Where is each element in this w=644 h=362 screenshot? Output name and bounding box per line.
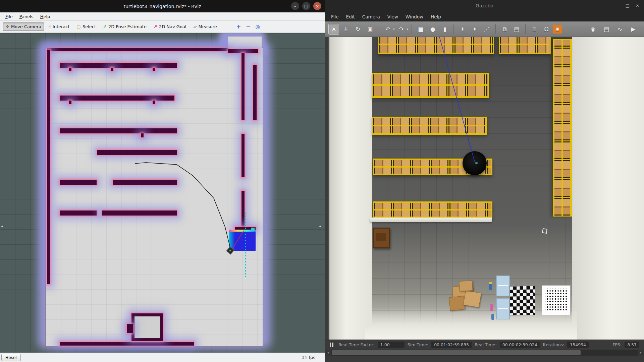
measure-ruler-icon: ▱ — [193, 24, 197, 29]
tool-select[interactable]: ▢ Select — [74, 22, 99, 31]
toolbar-separator — [412, 24, 412, 34]
toolbar-separator — [379, 24, 379, 34]
menu-help[interactable]: Help — [37, 13, 54, 20]
menu-panels[interactable]: Panels — [16, 13, 37, 20]
global-path — [135, 163, 230, 247]
add-tool-icon[interactable]: + — [234, 23, 243, 31]
undo-dropdown-icon[interactable]: ▾ — [393, 27, 395, 31]
sim-time-value: 00 01:02:59.835 — [431, 342, 472, 348]
tool-2d-nav-goal[interactable]: ↗ 2D Nav Goal — [151, 22, 189, 31]
fps-counter: 31 fps — [302, 355, 315, 360]
insert-box-icon[interactable]: ■ — [415, 24, 426, 35]
close-button[interactable]: × — [313, 2, 321, 10]
building-editor-icon[interactable]: ▣ — [553, 25, 562, 34]
rviz-viewport[interactable]: ◂ ◂ — [0, 33, 325, 353]
gazebo-bottom-panel — [325, 356, 644, 362]
select-box-icon: ▢ — [77, 24, 81, 29]
align-icon[interactable]: ≣ — [529, 24, 540, 35]
paste-icon[interactable]: ▤ — [511, 24, 522, 35]
remove-tool-icon[interactable]: − — [244, 23, 252, 31]
menu-help[interactable]: Help — [427, 13, 444, 21]
toolbar-separator — [525, 24, 526, 34]
tool-2d-pose-estimate[interactable]: ↗ 2D Pose Estimate — [100, 22, 150, 31]
green-arrow-icon: ↗ — [103, 24, 107, 29]
menu-file[interactable]: File — [328, 13, 342, 21]
menu-window[interactable]: Window — [402, 13, 427, 21]
gazebo-viewport[interactable] — [325, 37, 644, 340]
magenta-arrow-icon: ↗ — [154, 24, 157, 29]
plot-icon[interactable]: ∿ — [614, 24, 625, 35]
gazebo-statusbar: Real Time Factor: 1.00 Sim Time: 00 01:0… — [325, 340, 644, 350]
focus-camera-icon[interactable]: ◎ — [253, 23, 262, 31]
fps-value: 8.57 — [625, 342, 639, 348]
tool-interact[interactable]: ☝ Interact — [45, 22, 73, 31]
scroll-right-icon[interactable]: ► — [638, 350, 644, 356]
horizontal-scrollbar[interactable]: ◄ ► — [325, 350, 644, 356]
tool-label: 2D Nav Goal — [159, 24, 186, 29]
rotate-icon[interactable]: ↻ — [353, 24, 363, 35]
snap-icon[interactable]: Ω — [541, 24, 552, 35]
tool-label: Interact — [53, 24, 70, 29]
maximize-button[interactable]: □ — [626, 3, 630, 8]
fps-label: FPS: — [612, 342, 622, 347]
point-light-icon[interactable]: ☀ — [457, 24, 468, 35]
redo-dropdown-icon[interactable]: ▾ — [407, 27, 409, 31]
rviz-window-title: turtlebot3_navigation.rviz* - RViz — [0, 4, 325, 9]
toolbar-separator — [495, 24, 496, 34]
move-camera-icon: ✛ — [6, 24, 9, 29]
interact-hand-icon: ☝ — [48, 24, 51, 29]
insert-sphere-icon[interactable]: ● — [427, 24, 438, 35]
reset-button[interactable]: Reset — [1, 354, 21, 361]
spot-light-icon[interactable]: ✦ — [469, 24, 480, 35]
insert-cylinder-icon[interactable]: ▮ — [439, 24, 450, 35]
scroll-left-icon[interactable]: ◄ — [325, 350, 331, 356]
copy-icon[interactable]: ⧉ — [499, 24, 510, 35]
ray-overlay — [325, 37, 644, 340]
gazebo-window: Gazebo – □ × File Edit Camera View Windo… — [325, 0, 644, 362]
scale-icon[interactable]: ▣ — [365, 24, 375, 35]
screenshot-camera-icon[interactable]: ◉ — [588, 24, 598, 35]
tool-measure[interactable]: ▱ Measure — [190, 22, 220, 31]
joint-ray-line — [439, 37, 475, 162]
tool-label: Measure — [198, 24, 217, 29]
rviz-toolbar: ✛ Move Camera ☝ Interact ▢ Select ↗ 2D P… — [0, 21, 325, 33]
translate-icon[interactable]: ✛ — [340, 24, 351, 35]
menu-camera[interactable]: Camera — [359, 13, 383, 21]
select-arrow-icon[interactable]: ➤ — [328, 24, 339, 35]
local-plan-line — [231, 231, 244, 251]
toolbar-separator — [453, 24, 454, 34]
video-record-icon[interactable]: ▶ — [628, 24, 639, 35]
right-panel-handle[interactable]: ◂ — [318, 222, 322, 230]
minimize-button[interactable]: – — [291, 2, 299, 10]
rtf-label: Real Time Factor: — [338, 342, 375, 347]
maximize-button[interactable]: □ — [302, 2, 310, 10]
menu-edit[interactable]: Edit — [343, 13, 358, 21]
iterations-label: Iterations: — [543, 342, 565, 347]
left-panel-handle[interactable]: ◂ — [0, 222, 4, 230]
undo-icon[interactable]: ↶ — [382, 24, 393, 35]
gazebo-menubar: File Edit Camera View Window Help — [325, 12, 644, 21]
real-time-label: Real Time: — [475, 342, 497, 347]
gazebo-toolbar: ➤ ✛ ↻ ▣ ↶ ▾ ↷ ▾ ■ ● ▮ ☀ ✦ ⋰ ⧉ ▤ ≣ Ω ▣ ◉ … — [325, 21, 644, 37]
gazebo-titlebar[interactable]: Gazebo – □ × — [325, 0, 644, 12]
tool-move-camera[interactable]: ✛ Move Camera — [3, 22, 44, 31]
tool-label: Select — [83, 24, 96, 29]
tool-label: 2D Pose Estimate — [108, 24, 147, 29]
gazebo-window-title: Gazebo — [325, 3, 644, 8]
directional-light-icon[interactable]: ⋰ — [481, 24, 492, 35]
iterations-value: 154994 — [567, 342, 589, 348]
redo-icon[interactable]: ↷ — [396, 24, 407, 35]
menu-view[interactable]: View — [384, 13, 401, 21]
rviz-statusbar: Reset 31 fps — [0, 353, 325, 362]
minimize-button[interactable]: – — [617, 3, 620, 8]
real-time-value: 00 00:02:39.024 — [500, 342, 540, 348]
close-button[interactable]: × — [636, 3, 639, 8]
tool-label: Move Camera — [11, 24, 41, 29]
rviz-titlebar[interactable]: turtlebot3_navigation.rviz* - RViz – □ × — [0, 0, 325, 12]
rtf-value: 1.00 — [378, 342, 405, 348]
menu-file[interactable]: File — [2, 13, 16, 20]
scrollbar-thumb[interactable] — [332, 350, 581, 355]
data-logger-icon[interactable]: ▤ — [601, 24, 612, 35]
pause-button[interactable] — [330, 343, 333, 347]
rviz-menubar: File Panels Help — [0, 12, 325, 21]
